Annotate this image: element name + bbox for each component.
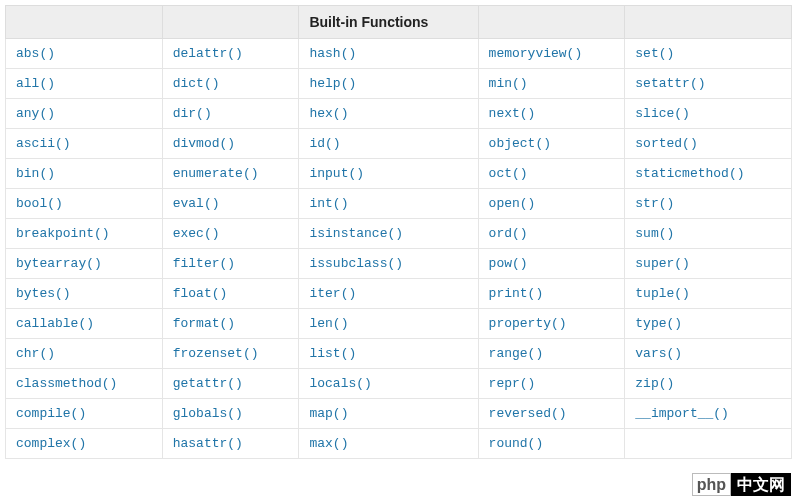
- function-link[interactable]: eval(): [173, 196, 220, 211]
- function-link[interactable]: staticmethod(): [635, 166, 744, 181]
- table-row: bin()enumerate()input()oct()staticmethod…: [6, 159, 792, 189]
- function-link[interactable]: object(): [489, 136, 551, 151]
- function-link[interactable]: __import__(): [635, 406, 729, 421]
- function-link[interactable]: hasattr(): [173, 436, 243, 451]
- function-link[interactable]: issubclass(): [309, 256, 403, 271]
- table-cell: any(): [6, 99, 163, 129]
- table-cell: dict(): [162, 69, 299, 99]
- table-cell: setattr(): [625, 69, 792, 99]
- function-link[interactable]: abs(): [16, 46, 55, 61]
- function-link[interactable]: dict(): [173, 76, 220, 91]
- function-link[interactable]: globals(): [173, 406, 243, 421]
- function-link[interactable]: complex(): [16, 436, 86, 451]
- table-cell: ord(): [478, 219, 625, 249]
- function-link[interactable]: memoryview(): [489, 46, 583, 61]
- table-cell: reversed(): [478, 399, 625, 429]
- table-row: chr()frozenset()list()range()vars(): [6, 339, 792, 369]
- function-link[interactable]: bool(): [16, 196, 63, 211]
- function-link[interactable]: id(): [309, 136, 340, 151]
- function-link[interactable]: locals(): [309, 376, 371, 391]
- function-link[interactable]: list(): [309, 346, 356, 361]
- function-link[interactable]: min(): [489, 76, 528, 91]
- function-link[interactable]: zip(): [635, 376, 674, 391]
- table-cell: ascii(): [6, 129, 163, 159]
- table-header-row: Built-in Functions: [6, 6, 792, 39]
- table-cell: classmethod(): [6, 369, 163, 399]
- function-link[interactable]: exec(): [173, 226, 220, 241]
- header-col-4: [478, 6, 625, 39]
- function-link[interactable]: delattr(): [173, 46, 243, 61]
- function-link[interactable]: print(): [489, 286, 544, 301]
- function-link[interactable]: float(): [173, 286, 228, 301]
- function-link[interactable]: property(): [489, 316, 567, 331]
- function-link[interactable]: any(): [16, 106, 55, 121]
- function-link[interactable]: filter(): [173, 256, 235, 271]
- function-link[interactable]: all(): [16, 76, 55, 91]
- function-link[interactable]: str(): [635, 196, 674, 211]
- function-link[interactable]: enumerate(): [173, 166, 259, 181]
- function-link[interactable]: input(): [309, 166, 364, 181]
- function-link[interactable]: compile(): [16, 406, 86, 421]
- function-link[interactable]: sorted(): [635, 136, 697, 151]
- table-cell: format(): [162, 309, 299, 339]
- table-cell: next(): [478, 99, 625, 129]
- function-link[interactable]: dir(): [173, 106, 212, 121]
- table-cell: compile(): [6, 399, 163, 429]
- table-cell: memoryview(): [478, 39, 625, 69]
- function-link[interactable]: set(): [635, 46, 674, 61]
- function-link[interactable]: open(): [489, 196, 536, 211]
- table-cell: object(): [478, 129, 625, 159]
- function-link[interactable]: bytes(): [16, 286, 71, 301]
- table-row: bytearray()filter()issubclass()pow()supe…: [6, 249, 792, 279]
- function-link[interactable]: vars(): [635, 346, 682, 361]
- function-link[interactable]: repr(): [489, 376, 536, 391]
- function-link[interactable]: max(): [309, 436, 348, 451]
- header-col-5: [625, 6, 792, 39]
- function-link[interactable]: ord(): [489, 226, 528, 241]
- function-link[interactable]: getattr(): [173, 376, 243, 391]
- table-cell: bytes(): [6, 279, 163, 309]
- function-link[interactable]: next(): [489, 106, 536, 121]
- function-link[interactable]: type(): [635, 316, 682, 331]
- table-cell: bool(): [6, 189, 163, 219]
- function-link[interactable]: len(): [309, 316, 348, 331]
- function-link[interactable]: range(): [489, 346, 544, 361]
- function-link[interactable]: bin(): [16, 166, 55, 181]
- table-cell: __import__(): [625, 399, 792, 429]
- function-link[interactable]: chr(): [16, 346, 55, 361]
- function-link[interactable]: format(): [173, 316, 235, 331]
- table-cell: pow(): [478, 249, 625, 279]
- function-link[interactable]: pow(): [489, 256, 528, 271]
- function-link[interactable]: tuple(): [635, 286, 690, 301]
- function-link[interactable]: divmod(): [173, 136, 235, 151]
- function-link[interactable]: isinstance(): [309, 226, 403, 241]
- table-cell: open(): [478, 189, 625, 219]
- function-link[interactable]: slice(): [635, 106, 690, 121]
- function-link[interactable]: map(): [309, 406, 348, 421]
- function-link[interactable]: sum(): [635, 226, 674, 241]
- function-link[interactable]: callable(): [16, 316, 94, 331]
- function-link[interactable]: int(): [309, 196, 348, 211]
- table-cell: iter(): [299, 279, 478, 309]
- function-link[interactable]: bytearray(): [16, 256, 102, 271]
- function-link[interactable]: round(): [489, 436, 544, 451]
- function-link[interactable]: super(): [635, 256, 690, 271]
- function-link[interactable]: hash(): [309, 46, 356, 61]
- table-cell: all(): [6, 69, 163, 99]
- function-link[interactable]: breakpoint(): [16, 226, 110, 241]
- table-cell: issubclass(): [299, 249, 478, 279]
- table-row: complex()hasattr()max()round(): [6, 429, 792, 459]
- function-link[interactable]: hex(): [309, 106, 348, 121]
- function-link[interactable]: classmethod(): [16, 376, 117, 391]
- function-link[interactable]: help(): [309, 76, 356, 91]
- table-cell: property(): [478, 309, 625, 339]
- table-cell: callable(): [6, 309, 163, 339]
- function-link[interactable]: ascii(): [16, 136, 71, 151]
- table-cell: frozenset(): [162, 339, 299, 369]
- table-cell: tuple(): [625, 279, 792, 309]
- function-link[interactable]: iter(): [309, 286, 356, 301]
- function-link[interactable]: reversed(): [489, 406, 567, 421]
- function-link[interactable]: setattr(): [635, 76, 705, 91]
- function-link[interactable]: oct(): [489, 166, 528, 181]
- function-link[interactable]: frozenset(): [173, 346, 259, 361]
